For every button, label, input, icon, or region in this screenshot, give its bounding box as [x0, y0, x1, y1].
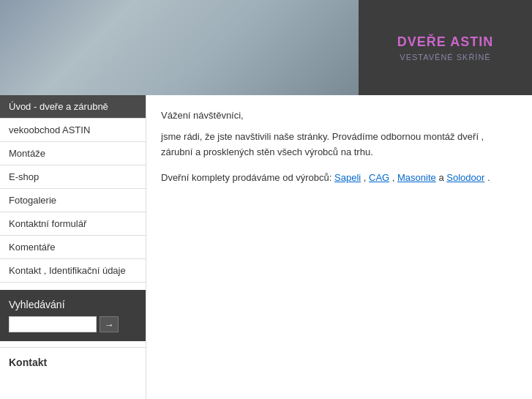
nav-item-montaze[interactable]: Montáže [0, 142, 146, 165]
producers-prefix: Dveřní komplety prodáváme od výrobců: [161, 172, 331, 183]
producer-link-sapeli[interactable]: Sapeli [334, 172, 361, 183]
site-subtitle: VESTAVĚNÉ SKŘÍNĚ [400, 53, 490, 61]
producers-suffix: . [487, 172, 490, 183]
content-producers-line: Dveřní komplety prodáváme od výrobců: Sa… [161, 171, 517, 186]
nav-item-uvod[interactable]: Úvod - dveře a zárubně [0, 95, 146, 119]
site-title: DVEŘE ASTIN [397, 34, 493, 50]
producers-list: Sapeli , CAG , Masonite a Solodoor . [334, 172, 490, 183]
search-box: Vyhledávání → [0, 290, 146, 341]
producer-link-cag[interactable]: CAG [369, 172, 389, 183]
nav-item-vekoobchod[interactable]: vekoobchod ASTIN [0, 119, 146, 142]
kontakt-title: Kontakt [9, 357, 137, 368]
content-greeting: Vážení návštěvníci, [161, 110, 517, 121]
producer-link-masonite[interactable]: Masonite [397, 172, 436, 183]
nav-item-kontaktni-formular[interactable]: Kontaktní formulář [0, 212, 146, 236]
search-button[interactable]: → [100, 316, 119, 332]
search-row: → [9, 316, 137, 332]
content-area: Vážení návštěvníci, jsme rádi, že jste n… [146, 95, 532, 399]
producer-link-solodoor[interactable]: Solodoor [446, 172, 484, 183]
nav-item-eshop[interactable]: E-shop [0, 165, 146, 189]
content-body: jsme rádi, že jste navštivili naše strán… [161, 130, 517, 160]
nav-item-kontakt-identifikacni[interactable]: Kontakt , Identifikační údaje [0, 259, 146, 283]
nav-item-fotogalerie[interactable]: Fotogalerie [0, 189, 146, 212]
nav-item-komentare[interactable]: Komentáře [0, 236, 146, 259]
header: DVEŘE ASTIN VESTAVĚNÉ SKŘÍNĚ [0, 0, 532, 95]
sidebar: Úvod - dveře a zárubně vekoobchod ASTIN … [0, 95, 146, 399]
main-nav: Úvod - dveře a zárubně vekoobchod ASTIN … [0, 95, 146, 283]
main-container: Úvod - dveře a zárubně vekoobchod ASTIN … [0, 95, 532, 399]
kontakt-section: Kontakt [0, 347, 146, 381]
search-input[interactable] [9, 316, 97, 332]
header-brand: DVEŘE ASTIN VESTAVĚNÉ SKŘÍNĚ [359, 0, 532, 95]
header-image [0, 0, 359, 95]
search-title: Vyhledávání [9, 299, 137, 310]
